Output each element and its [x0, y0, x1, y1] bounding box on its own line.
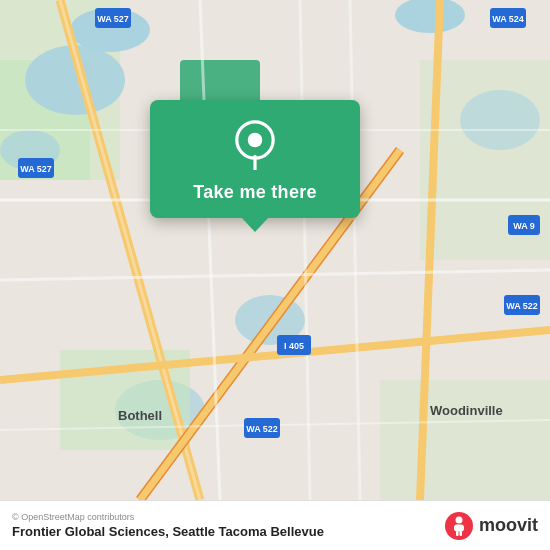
- place-info: © OpenStreetMap contributors Frontier Gl…: [12, 512, 324, 539]
- svg-text:WA 522: WA 522: [506, 301, 538, 311]
- location-popup: Take me there: [150, 100, 360, 218]
- svg-rect-49: [456, 531, 459, 536]
- moovit-logo-area: moovit: [444, 511, 538, 541]
- svg-text:WA 527: WA 527: [20, 164, 52, 174]
- svg-rect-13: [380, 380, 550, 500]
- svg-text:Woodinville: Woodinville: [430, 403, 503, 418]
- place-name: Frontier Global Sciences, Seattle Tacoma…: [12, 524, 324, 539]
- svg-text:WA 527: WA 527: [97, 14, 129, 24]
- svg-text:WA 522: WA 522: [246, 424, 278, 434]
- moovit-label: moovit: [479, 515, 538, 536]
- svg-rect-48: [454, 524, 464, 531]
- svg-text:I 405: I 405: [284, 341, 304, 351]
- map-view[interactable]: WA 527 WA 524 WA 527 WA 9 WA 522 I 405 W…: [0, 0, 550, 500]
- svg-text:WA 9: WA 9: [513, 221, 535, 231]
- svg-text:WA 524: WA 524: [492, 14, 524, 24]
- moovit-brand-icon: [444, 511, 474, 541]
- take-me-there-button[interactable]: Take me there: [193, 182, 317, 203]
- svg-rect-50: [459, 531, 462, 536]
- svg-point-8: [460, 90, 540, 150]
- svg-point-47: [455, 516, 462, 523]
- osm-credit: © OpenStreetMap contributors: [12, 512, 324, 522]
- svg-text:Bothell: Bothell: [118, 408, 162, 423]
- svg-point-45: [248, 133, 263, 148]
- bottom-bar: © OpenStreetMap contributors Frontier Gl…: [0, 500, 550, 550]
- location-pin-icon: [230, 120, 280, 170]
- moovit-logo: moovit: [444, 511, 538, 541]
